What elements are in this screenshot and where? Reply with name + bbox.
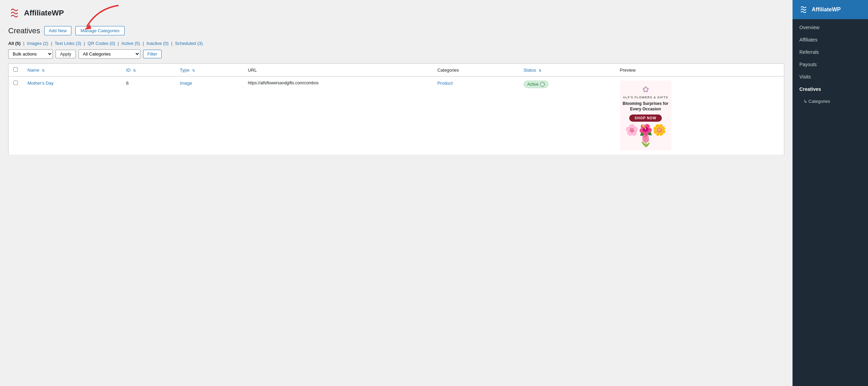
table-row: Mother's Day 6 Image https://alfsflowers… — [9, 76, 784, 155]
row-name-cell: Mother's Day — [23, 76, 121, 155]
sidebar-link-referrals[interactable]: Referrals — [793, 46, 868, 58]
top-logo-icon — [8, 7, 21, 19]
sidebar-link-visits[interactable]: Visits — [793, 71, 868, 83]
sidebar-link-creatives[interactable]: Creatives — [793, 83, 868, 95]
sidebar: AffiliateWP Overview Affiliates Referral… — [793, 0, 868, 386]
column-url: URL — [243, 64, 432, 76]
sidebar-nav: Overview Affiliates Referrals Payouts Vi… — [793, 19, 868, 109]
row-checkbox-cell — [9, 76, 23, 155]
row-checkbox[interactable] — [13, 81, 18, 85]
preview-brand-logo: ✿ — [623, 85, 669, 94]
filter-tab-inactive[interactable]: Inactive (0) — [146, 41, 168, 46]
column-url-label: URL — [248, 68, 257, 73]
preview-flowers-art: 🌸🌺🌼🌷 — [623, 124, 669, 146]
filter-tab-scheduled[interactable]: Scheduled (3) — [175, 41, 203, 46]
column-status-label: Status — [524, 68, 536, 73]
column-preview: Preview — [615, 64, 784, 76]
row-url-cell: https://alfsflowersandgifts.com/combos — [243, 76, 432, 155]
id-sort-icon: ⇅ — [133, 69, 136, 72]
top-logo-area: AffiliateWP — [8, 7, 784, 19]
apply-button[interactable]: Apply — [56, 50, 76, 58]
main-content: AffiliateWP Creatives Add New Manage Cat… — [0, 0, 793, 386]
clock-icon: 🕐 — [540, 82, 545, 87]
top-logo-text: AffiliateWP — [24, 9, 64, 17]
filter-tab-images[interactable]: Images (2) — [27, 41, 48, 46]
filter-tab-text-links[interactable]: Text Links (3) — [55, 41, 81, 46]
status-sort-icon: ⇅ — [539, 69, 541, 72]
row-categories-link[interactable]: Product — [437, 81, 453, 86]
name-sort-icon: ⇅ — [42, 69, 45, 72]
sidebar-header: AffiliateWP — [793, 0, 868, 19]
manage-categories-button[interactable]: Manage Categories — [75, 26, 125, 35]
sidebar-link-payouts[interactable]: Payouts — [793, 58, 868, 71]
sidebar-link-categories[interactable]: ↳ Categories — [793, 95, 868, 107]
sidebar-item-affiliates[interactable]: Affiliates — [793, 34, 868, 46]
row-categories-cell: Product — [433, 76, 519, 155]
sidebar-item-categories[interactable]: ↳ Categories — [793, 95, 868, 107]
add-new-button[interactable]: Add New — [44, 26, 71, 35]
bulk-actions-select[interactable]: Bulk actions Delete — [8, 49, 53, 59]
column-id-label: ID — [126, 68, 131, 73]
row-status-cell: Active 🕐 — [519, 76, 615, 155]
sidebar-item-payouts[interactable]: Payouts — [793, 58, 868, 71]
row-name-link[interactable]: Mother's Day — [27, 81, 54, 86]
sidebar-item-creatives[interactable]: Creatives — [793, 83, 868, 95]
sidebar-item-referrals[interactable]: Referrals — [793, 46, 868, 58]
column-id[interactable]: ID ⇅ — [121, 64, 175, 76]
preview-shop-button: SHOP NOW — [629, 114, 662, 122]
type-sort-icon: ⇅ — [192, 69, 195, 72]
sidebar-item-overview[interactable]: Overview — [793, 21, 868, 34]
creatives-table: Name ⇅ ID ⇅ Type ⇅ URL Categories — [8, 63, 784, 155]
filter-tab-qr-codes[interactable]: QR Codes (0) — [87, 41, 115, 46]
column-categories-label: Categories — [437, 68, 459, 73]
column-name-label: Name — [27, 68, 39, 73]
row-preview-cell: ✿ ALF'S FLOWERS & GIFTS Blooming Surpris… — [615, 76, 784, 155]
column-checkbox — [9, 64, 23, 76]
preview-brand-name: ALF'S FLOWERS & GIFTS — [623, 96, 669, 99]
row-type-link[interactable]: Image — [180, 81, 192, 86]
filter-tabs: All (5) | Images (2) | Text Links (3) | … — [8, 41, 784, 46]
row-url-text: https://alfsflowersandgifts.com/combos — [248, 81, 318, 85]
sidebar-link-overview[interactable]: Overview — [793, 21, 868, 34]
preview-image: ✿ ALF'S FLOWERS & GIFTS Blooming Surpris… — [620, 81, 671, 150]
column-type[interactable]: Type ⇅ — [175, 64, 243, 76]
page-header: Creatives Add New Manage Categories — [8, 26, 784, 35]
filter-tab-active[interactable]: Active (5) — [121, 41, 140, 46]
sidebar-link-affiliates[interactable]: Affiliates — [793, 34, 868, 46]
status-label: Active — [527, 82, 539, 87]
column-type-label: Type — [180, 68, 189, 73]
categories-filter-select[interactable]: All Categories Product — [79, 49, 140, 59]
column-status[interactable]: Status ⇅ — [519, 64, 615, 76]
column-name[interactable]: Name ⇅ — [23, 64, 121, 76]
preview-headline: Blooming Surprises for Every Occasion — [623, 101, 669, 112]
table-header: Name ⇅ ID ⇅ Type ⇅ URL Categories — [9, 64, 784, 76]
toolbar: Bulk actions Delete Apply All Categories… — [8, 49, 784, 59]
page-title: Creatives — [8, 26, 40, 35]
status-badge: Active 🕐 — [524, 81, 549, 88]
filter-button[interactable]: Filter — [143, 50, 162, 58]
table-body: Mother's Day 6 Image https://alfsflowers… — [9, 76, 784, 155]
sidebar-item-visits[interactable]: Visits — [793, 71, 868, 83]
filter-tab-all[interactable]: All (5) — [8, 41, 21, 46]
column-categories: Categories — [433, 64, 519, 76]
column-preview-label: Preview — [620, 68, 636, 73]
row-id-cell: 6 — [121, 76, 175, 155]
sidebar-app-name: AffiliateWP — [812, 7, 841, 13]
affiliatewp-logo-icon — [799, 5, 808, 14]
row-type-cell: Image — [175, 76, 243, 155]
select-all-checkbox[interactable] — [13, 67, 18, 72]
